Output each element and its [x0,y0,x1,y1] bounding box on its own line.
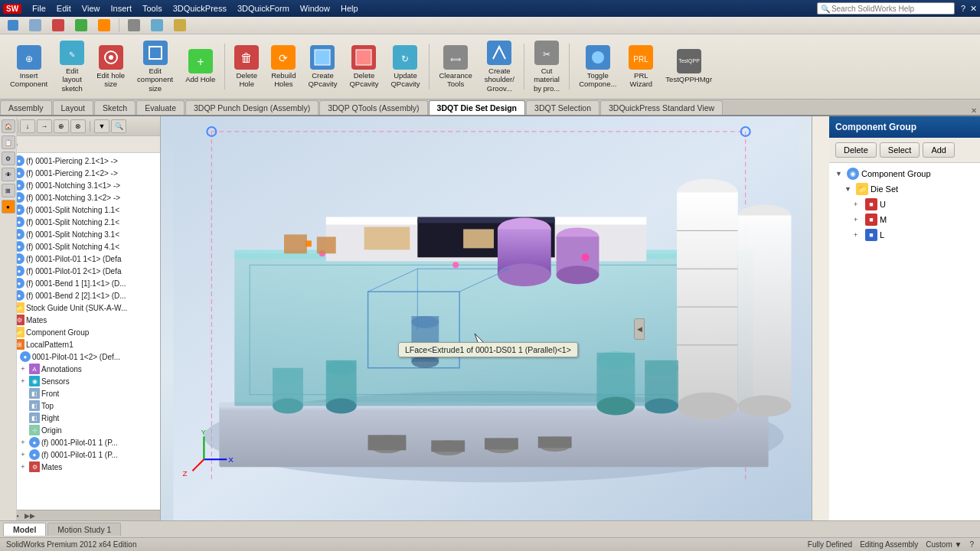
tree-item-local-pattern[interactable]: ▼ ⊞ LocalPattern1 [0,338,160,350]
rpanel-config-icon[interactable]: ⚙ [2,152,15,165]
status-help-icon[interactable]: ? [969,540,974,549]
left-toolbar-btn-7[interactable]: 🔍 [111,119,126,133]
create-qpcavity-button[interactable]: Create QPcavity [302,42,342,92]
tree-item-piercing-2[interactable]: + ● (f) 0001-Piercing 2.1<2> -> [0,167,160,179]
left-toolbar-btn-4[interactable]: ⊕ [54,119,69,133]
tree-item-splitnotch-2[interactable]: + ● (f) 0001-Split Notching 2.1< [0,216,160,228]
insert-component-button[interactable]: ⊕ Insert Component [5,42,53,92]
tree-item-mates-1[interactable]: + ⚙ Mates [0,314,160,326]
tab-3dqt-dieset[interactable]: 3DQT Die Set Design [429,100,525,115]
cut-material-button[interactable]: ✂ Cut material by pro... [528,37,565,96]
tree-item-splitnotch-4[interactable]: + ● (f) 0001-Split Notching 4.1< [0,240,160,253]
tab-evaluate[interactable]: Evaluate [136,100,185,115]
tree-item-piercing-1[interactable]: + ● (f) 0001-Piercing 2.1<1> -> [0,155,160,167]
tab-3dqp-punch[interactable]: 3DQP Punch Design (Assembly) [185,100,318,115]
tab-sketch[interactable]: Sketch [94,100,136,115]
help-icon[interactable]: ? [961,4,965,13]
tree-item-splitnotch-1[interactable]: + ● (f) 0001-Split Notching 1.1< [0,204,160,216]
create-shoulder-button[interactable]: Create shoulder/ Groov... [479,37,520,96]
expand-icon[interactable]: + [18,450,28,459]
edit-component-size-button[interactable]: Edit component size [132,37,178,96]
rpanel-home-icon[interactable]: 🏠 [2,119,15,133]
tree-item-notching-2[interactable]: + ● (f) 0001-Notching 3.1<2> -> [0,191,160,204]
right-panel-tree[interactable]: ▼ ◉ Component Group ▼ 📁 Die Set + ■ U [829,163,980,520]
menu-insert[interactable]: Insert [106,2,136,15]
toolbar-small-8[interactable] [169,17,191,34]
left-toolbar-btn-2[interactable]: ↓ [20,119,35,133]
tree-item-top[interactable]: ◧ Top [0,399,160,412]
tab-3dqt-selection[interactable]: 3DQT Selection [526,100,599,115]
tree-item-pilot-1[interactable]: + ● (f) 0001-Pilot-01 1<1> (Defa [0,253,160,265]
tab-3dqp-standard[interactable]: 3DQuickPress Standard View [600,100,723,115]
left-toolbar-btn-3[interactable]: → [37,119,52,133]
rt-expand-icon[interactable]: ▼ [835,170,844,178]
tab-model[interactable]: Model [3,523,46,536]
viewport[interactable]: X Y Z LFace<Extrude1 of 0001-DS01 1 (Par… [161,116,812,520]
rt-item-M[interactable]: + ■ M [829,212,980,227]
tree-item-pilot-sub2[interactable]: + ● (f) 0001-Pilot-01 1 (P... [0,448,160,461]
tab-assembly[interactable]: Assembly [0,100,52,115]
edit-hole-size-button[interactable]: Edit hole size [91,42,130,92]
rpanel-tree-icon[interactable]: 📋 [2,135,15,149]
rt-item-U[interactable]: + ■ U [829,197,980,212]
menu-edit[interactable]: Edit [52,2,76,15]
tree-item-pilot-1-2[interactable]: ▼ ● 0001-Pilot-01 1<2> (Def... [0,350,160,363]
testqpphmgr-button[interactable]: TestQPP TestQPPHMgr [660,46,717,86]
menu-view[interactable]: View [77,2,105,15]
tab-motion-study[interactable]: Motion Study 1 [47,523,121,536]
expand-icon[interactable]: + [18,438,28,447]
rt-item-component-group[interactable]: ▼ ◉ Component Group [829,166,980,181]
tree-item-notching-1[interactable]: + ● (f) 0001-Notching 3.1<1> -> [0,179,160,191]
edit-layout-button[interactable]: ✎ Edit layout sketch [54,37,90,96]
tree-item-front[interactable]: ◧ Front [0,387,160,399]
tab-3dqp-qtools[interactable]: 3DQP QTools (Assembly) [319,100,427,115]
status-dropdown-icon[interactable]: ▼ [955,540,962,549]
tree-item-pilot-sub1[interactable]: + ● (f) 0001-Pilot-01 1 (P... [0,436,160,448]
menu-help[interactable]: Help [336,2,363,15]
rpanel-custom-icon[interactable]: ⊞ [2,184,15,197]
left-toolbar-btn-6[interactable]: ▼ [94,119,109,133]
add-button[interactable]: Add [923,142,955,158]
tree-item-stock-guide[interactable]: + 📁 Stock Guide Unit (SUK-A-W... [0,302,160,314]
toolbar-small-5[interactable] [93,17,115,34]
expand-icon[interactable]: + [18,377,28,386]
clearance-tools-button[interactable]: ⟺ Clearance Tools [433,42,477,92]
rt-expand-icon[interactable]: ▼ [844,185,854,193]
rt-expand-icon[interactable]: + [854,201,863,208]
tree-item-origin[interactable]: ⊹ Origin [0,424,160,436]
tree-item-component-group[interactable]: + 📁 Component Group [0,326,160,338]
delete-qpcavity-button[interactable]: Delete QPcavity [344,42,384,92]
add-hole-button[interactable]: + Add Hole [180,46,220,86]
menu-3dquickpress[interactable]: 3DQuickPress [168,2,231,15]
rt-item-L[interactable]: + ■ L [829,227,980,243]
expand-icon[interactable]: + [18,462,28,471]
toolbar-small-7[interactable] [146,17,168,34]
delete-hole-button[interactable]: 🗑 Delete Hole [229,42,264,92]
tree-item-sensors[interactable]: + ◉ Sensors [0,375,160,387]
toggle-component-button[interactable]: Toggle Compone... [573,42,622,92]
select-button[interactable]: Select [880,142,920,158]
toolbar-small-1[interactable] [3,18,23,33]
rebuild-holes-button[interactable]: ⟳ Rebuild Holes [266,42,301,92]
menu-tools[interactable]: Tools [138,2,167,15]
menu-3dquickform[interactable]: 3DQuickForm [233,2,294,15]
delete-button[interactable]: Delete [835,142,877,158]
search-input[interactable] [831,5,946,13]
rt-item-die-set[interactable]: ▼ 📁 Die Set [829,181,980,197]
toolbar-small-3[interactable] [47,17,69,34]
tree-item-splitnotch-3[interactable]: + ● (f) 0001-Split Notching 3.1< [0,228,160,240]
toolbar-small-2[interactable] [24,17,46,34]
prl-wizard-button[interactable]: PRL PRL Wizard [623,42,658,92]
tree-item-annotations[interactable]: + A Annotations [0,363,160,375]
rpanel-extra-icon[interactable]: ● [2,200,15,214]
tree-item-bend-1[interactable]: + ● (f) 0001-Bend 1 [1].1<1> (D... [0,277,160,289]
update-qpcavity-button[interactable]: ↻ Update QPcavity [385,42,425,92]
rt-expand-icon[interactable]: + [854,216,863,223]
expand-icon[interactable]: + [18,364,28,373]
tree-item-pilot-2[interactable]: + ● (f) 0001-Pilot-01 2<1> (Defa [0,265,160,277]
tree-item-mates-2[interactable]: + ⚙ Mates [0,461,160,473]
tab-layout[interactable]: Layout [53,100,94,115]
toolbar-small-4[interactable] [70,17,92,34]
tree-item-bend-2[interactable]: + ● (f) 0001-Bend 2 [2].1<1> (D... [0,289,160,302]
panel-collapse-button[interactable]: ◀ [634,318,645,340]
